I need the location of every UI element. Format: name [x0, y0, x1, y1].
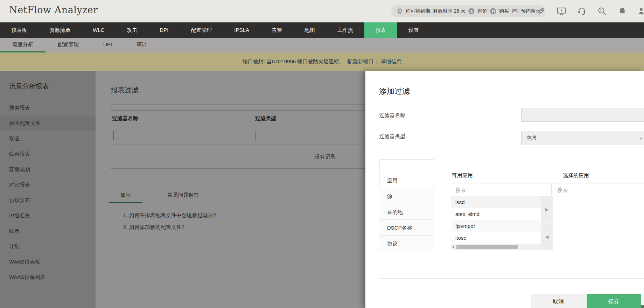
page-scrollbar-corner	[641, 305, 644, 308]
main-nav: 仪表板 资源清单 WLC 攻击 DPI 配置管理 IPSLA 告警 地图 工作流…	[0, 22, 644, 38]
move-left-button[interactable]: ◀	[541, 223, 553, 250]
chosen-apps-label: 选择的应用	[563, 172, 589, 179]
modal-title: 添加过滤	[379, 86, 410, 97]
alert-message: 端口被封: 当UDP 9996 端口被防火墙阻断。	[243, 58, 344, 65]
chosen-apps-list	[553, 196, 644, 250]
nav-tab-config-mgmt[interactable]: 配置管理	[180, 22, 223, 38]
app-title: NetFlow Analyzer	[9, 5, 98, 15]
subnav-tab-traffic-analysis[interactable]: 流量分析	[0, 38, 46, 52]
scroll-left-icon[interactable]: ◀	[452, 244, 454, 250]
cancel-button[interactable]: 取消	[531, 294, 586, 308]
list-item-atex-elmd[interactable]: atex_elmd	[451, 208, 546, 220]
available-apps-search-input[interactable]	[451, 183, 552, 196]
license-badge-icon	[396, 8, 403, 15]
nav-tab-workflow[interactable]: 工作流	[326, 22, 364, 38]
arrow-left-icon: ◀	[545, 234, 549, 239]
cart-icon	[490, 8, 497, 15]
subnav-tab-audit[interactable]: 审计	[124, 38, 159, 52]
chosen-apps-search-input[interactable]	[553, 183, 644, 196]
clipped-edge-icon[interactable]	[638, 6, 644, 16]
category-tab-source[interactable]: 源	[379, 188, 434, 204]
save-button-label: 保存	[608, 298, 620, 306]
subnav-tab-config-mgmt[interactable]: 配置管理	[46, 38, 91, 52]
category-tab-protocol[interactable]: 协议	[379, 236, 434, 251]
nav-tab-ipsla[interactable]: IPSLA	[223, 22, 260, 38]
cancel-button-label: 取消	[553, 298, 564, 306]
nav-tab-attacks[interactable]: 攻击	[115, 22, 148, 38]
netflow-analyzer-app: NetFlow Analyzer 许可将到期, 有效时间 28 天 $ 询价 购…	[0, 0, 644, 308]
filter-name-input[interactable]	[521, 108, 644, 122]
sub-nav: 流量分析 配置管理 DPI 审计	[0, 38, 644, 52]
chevron-down-icon: ⌄	[639, 134, 643, 141]
filter-name-label: 过滤器名称:	[379, 112, 407, 119]
modal-dim-overlay	[0, 71, 365, 308]
port-blocked-alert: 端口被封: 当UDP 9996 端口被防火墙阻断。 配置新端口 | 详细信息	[0, 52, 644, 71]
price-icon: $	[468, 8, 475, 15]
category-tab-application[interactable]: 应用	[379, 173, 434, 188]
nav-tab-maps[interactable]: 地图	[293, 22, 326, 38]
nav-tab-inventory[interactable]: 资源清单	[38, 22, 82, 38]
svg-text:$: $	[470, 9, 473, 14]
nav-tab-dashboard[interactable]: 仪表板	[0, 22, 38, 38]
filter-type-label: 过滤器类型:	[379, 133, 407, 140]
filter-type-selected-value: 包含	[526, 135, 537, 141]
license-banner: 许可将到期, 有效时间 28 天 $ 询价 购买 预约演示	[391, 5, 545, 17]
filter-type-select[interactable]: 包含 ⌄	[521, 131, 644, 145]
whats-new-rocket-icon[interactable]	[536, 6, 546, 16]
move-right-button[interactable]: ▶	[541, 196, 553, 222]
nav-tab-alarms[interactable]: 告警	[260, 22, 293, 38]
arrow-right-icon: ▶	[545, 207, 549, 212]
buy-link[interactable]: 购买	[499, 8, 509, 14]
list-item-issd[interactable]: issd	[451, 196, 546, 208]
nav-tab-wlc[interactable]: WLC	[82, 22, 115, 38]
training-presentation-icon[interactable]	[556, 6, 566, 16]
list-item-fjsvmpor[interactable]: fjsvmpor	[451, 220, 546, 232]
top-header: NetFlow Analyzer 许可将到期, 有效时间 28 天 $ 询价 购…	[0, 0, 644, 22]
category-tabs-spacer	[379, 159, 434, 173]
support-headset-icon[interactable]	[577, 6, 587, 16]
header-icon-bar	[536, 0, 644, 22]
nav-tab-settings[interactable]: 设置	[397, 22, 430, 38]
category-tabs: 应用 源 目的地 DSCP名称 协议	[379, 173, 434, 251]
nav-tab-dpi[interactable]: DPI	[148, 22, 180, 38]
modal-footer-divider	[379, 278, 644, 279]
save-button[interactable]: 保存	[587, 294, 641, 308]
list-item-itose[interactable]: itose	[451, 232, 546, 244]
horizontal-scrollbar-thumb[interactable]	[456, 245, 518, 249]
alert-separator: |	[376, 59, 378, 65]
license-expiry-text: 许可将到期, 有效时间 28 天	[406, 8, 465, 14]
subnav-tab-dpi[interactable]: DPI	[91, 38, 124, 52]
available-apps-label: 可用应用	[452, 172, 473, 179]
add-filter-modal: 添加过滤 过滤器名称: 过滤器类型: 包含 ⌄ 应用 源 目的地 DSCP名称 …	[365, 71, 644, 308]
transfer-controls: ▶ ◀	[541, 196, 553, 250]
search-icon[interactable]	[597, 6, 607, 16]
category-tab-dscp-name[interactable]: DSCP名称	[379, 220, 434, 236]
configure-new-port-link[interactable]: 配置新端口	[347, 58, 373, 65]
available-apps-list: issd atex_elmd fjsvmpor itose	[451, 196, 546, 244]
demo-icon	[511, 8, 518, 15]
ask-price-link[interactable]: 询价	[477, 8, 487, 14]
category-tab-destination[interactable]: 目的地	[379, 204, 434, 220]
nav-tab-reports[interactable]: 报表	[364, 22, 397, 38]
details-link[interactable]: 详细信息	[380, 58, 401, 65]
notifications-bell-icon[interactable]	[617, 6, 627, 16]
available-list-horizontal-scrollbar[interactable]: ◀ ▶	[451, 244, 546, 250]
